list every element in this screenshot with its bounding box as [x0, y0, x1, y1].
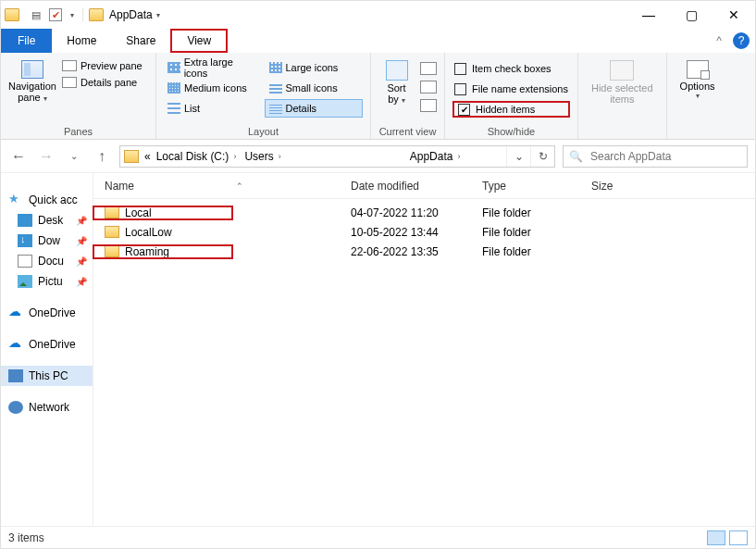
preview-pane-button[interactable]: Preview pane: [62, 60, 143, 71]
group-label-current-view: Current view: [378, 124, 437, 137]
status-bar: 3 items: [1, 526, 755, 548]
desktop-icon: [18, 214, 32, 227]
column-type[interactable]: Type: [471, 180, 580, 193]
qat-checkbox-icon[interactable]: ✔: [49, 8, 62, 21]
details-icon: [269, 103, 282, 114]
large-icons-view-button[interactable]: [729, 530, 748, 545]
title-folder-icon: [89, 8, 104, 21]
title-bar: ▤ ✔ ▾ AppData ▾ — ▢ ✕: [1, 1, 755, 29]
ribbon-options: Options ▾: [667, 53, 728, 139]
add-columns-button[interactable]: [420, 81, 437, 94]
group-label-panes: Panes: [8, 124, 148, 137]
window-title: AppData: [109, 8, 153, 21]
pin-icon: 📌: [76, 256, 87, 267]
help-button[interactable]: ?: [733, 32, 750, 49]
pin-icon: 📌: [76, 277, 87, 287]
group-label-layout: Layout: [164, 124, 363, 137]
column-size[interactable]: Size: [580, 180, 755, 193]
ribbon-hide-selected: Hide selected items: [578, 53, 667, 139]
content-area: Quick acc Desk📌 Dow📌 Docu📌 Pictu📌 OneDri…: [1, 173, 755, 526]
title-dropdown-icon[interactable]: ▾: [156, 11, 160, 19]
tab-view[interactable]: View: [170, 29, 228, 53]
back-button[interactable]: ←: [8, 146, 29, 167]
sidebar-onedrive-2[interactable]: OneDrive: [1, 334, 93, 355]
pictures-icon: [18, 275, 32, 288]
ribbon: Navigation pane ▾ Preview pane Details p…: [1, 53, 755, 140]
forward-button[interactable]: →: [36, 146, 56, 167]
breadcrumb-bar[interactable]: « Local Disk (C:)› Users› AppData› ⌄ ↻: [119, 145, 555, 168]
checkbox-icon: [454, 83, 466, 95]
column-date[interactable]: Date modified: [340, 180, 471, 193]
address-dropdown-button[interactable]: ⌄: [506, 146, 530, 167]
sidebar-onedrive-1[interactable]: OneDrive: [1, 303, 93, 323]
list-icon: [167, 103, 180, 114]
search-input[interactable]: [589, 149, 741, 164]
search-box[interactable]: 🔍: [563, 145, 748, 168]
hide-selected-icon: [610, 60, 634, 81]
breadcrumb-appdata[interactable]: AppData›: [408, 150, 465, 163]
file-list-area: Name⌃ Date modified Type Size Local 04-0…: [93, 173, 755, 526]
navigation-pane-label1: Navigation: [8, 81, 56, 92]
minimize-button[interactable]: —: [627, 1, 670, 29]
navigation-pane-button[interactable]: Navigation pane ▾: [8, 56, 56, 103]
sort-ascending-icon: ⌃: [236, 181, 243, 191]
recent-locations-button[interactable]: ⌄: [64, 146, 84, 167]
details-pane-button[interactable]: Details pane: [62, 77, 143, 88]
size-columns-button[interactable]: [420, 99, 437, 112]
navigation-sidebar: Quick acc Desk📌 Dow📌 Docu📌 Pictu📌 OneDri…: [1, 173, 93, 526]
breadcrumb-disk[interactable]: Local Disk (C:)›: [155, 150, 242, 163]
layout-list[interactable]: List: [164, 99, 261, 118]
item-check-boxes-toggle[interactable]: Item check boxes: [452, 60, 570, 77]
chevron-right-icon[interactable]: ›: [230, 152, 239, 161]
tab-file[interactable]: File: [1, 29, 52, 53]
sort-by-button[interactable]: Sort by ▾: [378, 60, 415, 105]
ribbon-group-layout: Extra large icons Large icons Medium ico…: [156, 53, 371, 139]
breadcrumb-prefix[interactable]: «: [143, 150, 153, 163]
address-bar: ← → ⌄ ↑ « Local Disk (C:)› Users› AppDat…: [1, 140, 755, 173]
maximize-button[interactable]: ▢: [670, 1, 713, 29]
layout-medium-icons[interactable]: Medium icons: [164, 79, 262, 97]
hidden-items-toggle[interactable]: ✔Hidden items: [452, 101, 570, 118]
file-rows: Local 04-07-2022 11:20 File folder Local…: [93, 199, 755, 261]
file-row-local[interactable]: Local 04-07-2022 11:20 File folder: [93, 203, 755, 222]
qat-properties-icon[interactable]: ▤: [29, 8, 43, 21]
options-button[interactable]: Options ▾: [675, 56, 721, 100]
column-name[interactable]: Name⌃: [93, 180, 340, 193]
chevron-right-icon[interactable]: ›: [454, 152, 463, 161]
layout-extra-large-icons[interactable]: Extra large icons: [164, 58, 262, 77]
tab-home[interactable]: Home: [52, 29, 111, 53]
collapse-ribbon-button[interactable]: ^: [707, 29, 731, 53]
file-row-locallow[interactable]: LocalLow 10-05-2022 13:44 File folder: [93, 222, 755, 242]
sidebar-this-pc[interactable]: This PC: [1, 366, 93, 386]
file-name-extensions-toggle[interactable]: File name extensions: [452, 81, 570, 97]
qat-dropdown-icon[interactable]: ▾: [68, 8, 77, 21]
tab-share[interactable]: Share: [111, 29, 170, 53]
ribbon-group-show-hide: Item check boxes File name extensions ✔H…: [445, 53, 578, 139]
refresh-button[interactable]: ↻: [530, 146, 554, 167]
column-headers: Name⌃ Date modified Type Size: [93, 173, 755, 199]
file-row-roaming[interactable]: Roaming 22-06-2022 13:35 File folder: [93, 242, 755, 261]
sidebar-downloads[interactable]: Dow📌: [1, 231, 93, 251]
layout-small-icons[interactable]: Small icons: [266, 79, 364, 97]
up-button[interactable]: ↑: [92, 146, 112, 167]
details-view-button[interactable]: [707, 530, 725, 545]
layout-large-icons[interactable]: Large icons: [266, 58, 364, 77]
group-by-button[interactable]: [420, 62, 437, 75]
folder-icon: [105, 226, 119, 238]
ribbon-group-current-view: Sort by ▾ Current view: [371, 53, 445, 139]
sidebar-network[interactable]: Network: [1, 397, 93, 418]
sidebar-quick-access[interactable]: Quick acc: [1, 190, 93, 210]
hide-selected-items-button: Hide selected items: [586, 56, 659, 105]
sidebar-desktop[interactable]: Desk📌: [1, 210, 93, 231]
sidebar-pictures[interactable]: Pictu📌: [1, 271, 93, 292]
documents-icon: [18, 255, 32, 268]
extra-large-icons-icon: [167, 62, 180, 73]
layout-details[interactable]: Details: [265, 99, 364, 118]
navigation-pane-icon: [21, 60, 43, 79]
sidebar-documents[interactable]: Docu📌: [1, 251, 93, 271]
close-button[interactable]: ✕: [713, 1, 755, 29]
folder-icon: [105, 245, 119, 257]
breadcrumb-users[interactable]: Users›: [242, 150, 285, 163]
ribbon-group-panes: Navigation pane ▾ Preview pane Details p…: [1, 53, 156, 139]
chevron-right-icon[interactable]: ›: [276, 152, 284, 161]
